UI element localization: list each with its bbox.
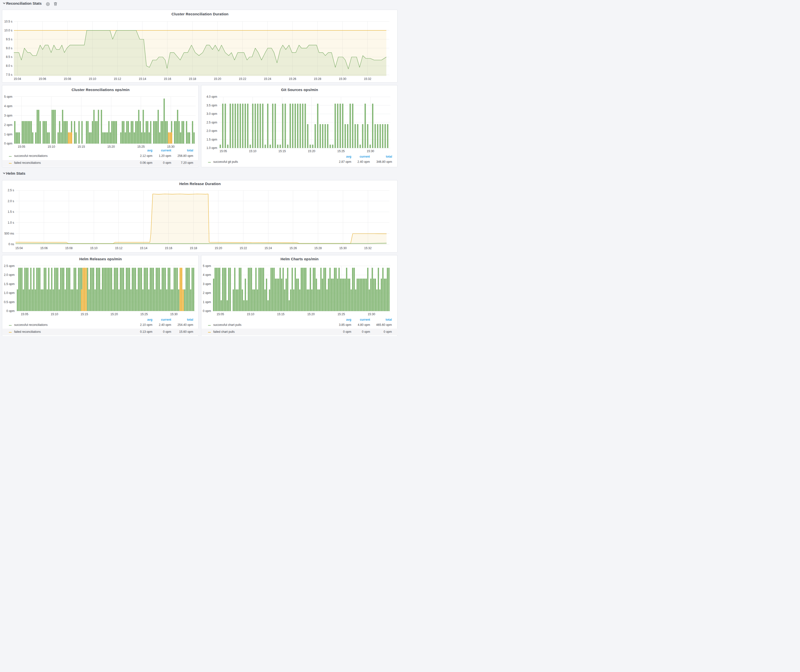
svg-text:7.5 s: 7.5 s (6, 73, 12, 77)
svg-text:3 opm: 3 opm (4, 114, 12, 117)
svg-text:15:20: 15:20 (308, 149, 315, 153)
svg-text:15:05: 15:05 (21, 312, 28, 316)
svg-text:15:26: 15:26 (290, 246, 297, 250)
svg-text:15:30: 15:30 (167, 145, 174, 148)
svg-text:1.0 opm: 1.0 opm (4, 291, 14, 295)
svg-text:15:05: 15:05 (217, 312, 224, 316)
svg-text:9.5 s: 9.5 s (6, 38, 12, 41)
svg-text:15:06: 15:06 (40, 246, 48, 250)
svg-text:15:20: 15:20 (107, 145, 115, 148)
svg-text:15:32: 15:32 (364, 77, 371, 81)
svg-text:15:18: 15:18 (190, 246, 197, 250)
svg-text:5 opm: 5 opm (203, 264, 211, 267)
svg-text:2.0 s: 2.0 s (8, 199, 14, 203)
svg-text:2.0 opm: 2.0 opm (4, 273, 14, 277)
svg-text:15:15: 15:15 (277, 312, 285, 316)
svg-text:15:15: 15:15 (81, 312, 88, 316)
svg-text:1.5 opm: 1.5 opm (206, 138, 217, 141)
svg-text:15:28: 15:28 (314, 77, 322, 81)
svg-text:15:10: 15:10 (90, 246, 98, 250)
svg-text:0 ns: 0 ns (8, 242, 14, 246)
svg-text:1.0 s: 1.0 s (8, 221, 14, 224)
svg-text:15:10: 15:10 (51, 312, 58, 316)
svg-text:15:25: 15:25 (338, 312, 345, 316)
svg-text:15:05: 15:05 (18, 145, 25, 148)
svg-text:8.0 s: 8.0 s (6, 64, 12, 67)
svg-text:1.5 opm: 1.5 opm (4, 282, 14, 286)
svg-text:4 opm: 4 opm (203, 273, 211, 277)
svg-text:15:10: 15:10 (249, 149, 256, 153)
svg-text:15:28: 15:28 (314, 246, 322, 250)
svg-text:15:08: 15:08 (64, 77, 71, 81)
svg-text:15:22: 15:22 (239, 77, 246, 81)
svg-text:15:20: 15:20 (110, 312, 118, 316)
svg-text:15:25: 15:25 (140, 312, 148, 316)
svg-text:1 opm: 1 opm (4, 132, 12, 136)
svg-text:15:12: 15:12 (115, 246, 122, 250)
svg-text:15:04: 15:04 (14, 77, 21, 81)
svg-text:1.5 s: 1.5 s (8, 210, 14, 214)
svg-text:1 opm: 1 opm (203, 300, 211, 304)
svg-text:15:26: 15:26 (289, 77, 296, 81)
svg-text:15:08: 15:08 (65, 246, 72, 250)
svg-text:15:20: 15:20 (215, 246, 222, 250)
svg-text:0 opm: 0 opm (6, 309, 14, 313)
svg-text:2 opm: 2 opm (203, 291, 211, 295)
svg-text:0 opm: 0 opm (203, 309, 211, 313)
svg-text:15:30: 15:30 (170, 312, 178, 316)
svg-text:3.0 opm: 3.0 opm (206, 112, 217, 115)
svg-text:15:10: 15:10 (89, 77, 96, 81)
svg-text:15:22: 15:22 (240, 246, 247, 250)
svg-text:1.0 opm: 1.0 opm (206, 146, 217, 150)
svg-text:15:14: 15:14 (139, 77, 146, 81)
svg-text:2.5 s: 2.5 s (8, 189, 14, 192)
svg-text:2 opm: 2 opm (4, 123, 12, 126)
svg-text:15:05: 15:05 (219, 149, 227, 153)
svg-text:5 opm: 5 opm (4, 95, 12, 98)
svg-text:0.5 opm: 0.5 opm (4, 300, 14, 304)
svg-text:3 opm: 3 opm (203, 282, 211, 286)
svg-text:10.0 s: 10.0 s (4, 29, 12, 32)
svg-text:2.0 opm: 2.0 opm (206, 129, 217, 133)
svg-text:500 ms: 500 ms (5, 232, 14, 235)
svg-text:15:20: 15:20 (214, 77, 221, 81)
svg-text:15:14: 15:14 (140, 246, 147, 250)
svg-text:15:32: 15:32 (364, 246, 371, 250)
svg-text:15:06: 15:06 (38, 77, 46, 81)
svg-text:15:10: 15:10 (247, 312, 254, 316)
svg-text:15:18: 15:18 (189, 77, 196, 81)
svg-text:15:04: 15:04 (15, 246, 23, 250)
svg-text:15:10: 15:10 (48, 145, 55, 148)
svg-text:10.5 s: 10.5 s (4, 20, 12, 23)
svg-text:9.0 s: 9.0 s (6, 46, 12, 50)
svg-text:8.5 s: 8.5 s (6, 55, 12, 59)
svg-text:15:16: 15:16 (165, 246, 172, 250)
svg-text:15:12: 15:12 (114, 77, 121, 81)
svg-text:15:16: 15:16 (164, 77, 171, 81)
svg-text:15:15: 15:15 (278, 149, 286, 153)
svg-text:4.0 opm: 4.0 opm (206, 95, 217, 98)
svg-text:15:30: 15:30 (339, 77, 346, 81)
svg-text:15:30: 15:30 (368, 312, 375, 316)
svg-text:2.5 opm: 2.5 opm (206, 120, 217, 124)
svg-text:15:15: 15:15 (77, 145, 85, 148)
svg-text:15:30: 15:30 (339, 246, 347, 250)
svg-text:15:24: 15:24 (264, 77, 271, 81)
svg-text:15:24: 15:24 (264, 246, 272, 250)
svg-text:4 opm: 4 opm (4, 104, 12, 108)
svg-text:0 opm: 0 opm (4, 142, 12, 145)
svg-text:15:20: 15:20 (307, 312, 315, 316)
svg-text:15:25: 15:25 (137, 145, 145, 148)
svg-text:15:30: 15:30 (366, 149, 374, 153)
svg-text:15:25: 15:25 (337, 149, 345, 153)
svg-text:3.5 opm: 3.5 opm (206, 103, 217, 107)
svg-text:2.5 opm: 2.5 opm (4, 264, 14, 267)
